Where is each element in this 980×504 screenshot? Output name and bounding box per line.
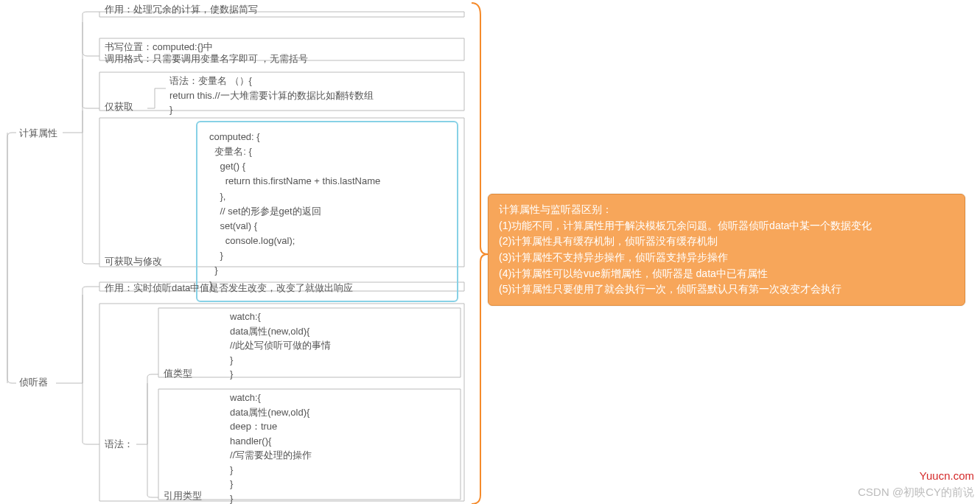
watcher-purpose[interactable]: 作用：实时侦听data中值是否发生改变，改变了就做出响应 xyxy=(105,281,353,295)
watcher-ref-type-label[interactable]: 引用类型 xyxy=(164,489,202,503)
watermark-csdn: CSDN @初映CY的前说 xyxy=(858,486,974,500)
info-line-4: (4)计算属性可以给vue新增属性，侦听器是 data中已有属性 xyxy=(499,266,954,282)
info-line-1: (1)功能不同，计算属性用于解决模板冗余问题。侦听器侦听data中某一个数据变化 xyxy=(499,218,954,234)
difference-info-box: 计算属性与监听器区别： (1)功能不同，计算属性用于解决模板冗余问题。侦听器侦听… xyxy=(488,194,965,306)
branch-computed[interactable]: 计算属性 xyxy=(19,127,57,140)
info-line-3: (3)计算属性不支持异步操作，侦听器支持异步操作 xyxy=(499,250,954,266)
info-line-2: (2)计算属性具有缓存机制，侦听器没有缓存机制 xyxy=(499,234,954,250)
computed-location-line1[interactable]: 书写位置：computed:{}中 xyxy=(105,41,213,54)
watcher-syntax-label[interactable]: 语法： xyxy=(105,438,133,451)
info-line-5: (5)计算属性只要使用了就会执行一次，侦听器默认只有第一次改变才会执行 xyxy=(499,281,954,298)
computed-getset-code: computed: { 变量名: { get() { return this.f… xyxy=(196,121,458,302)
computed-purpose[interactable]: 作用：处理冗余的计算，使数据简写 xyxy=(105,3,258,16)
watcher-value-type-label[interactable]: 值类型 xyxy=(164,367,192,380)
watcher-value-type-code: watch:{ data属性(new,old){ //此处写侦听可做的事情 } … xyxy=(230,309,331,382)
branch-watcher[interactable]: 侦听器 xyxy=(19,376,48,389)
info-title: 计算属性与监听器区别： xyxy=(499,202,954,218)
watermark-yuucn: Yuucn.com xyxy=(920,469,974,482)
computed-location-line2[interactable]: 调用格式：只需要调用变量名字即可 ，无需括号 xyxy=(105,53,308,66)
computed-getonly-code: 语法：变量名 （）{ return this.//一大堆需要计算的数据比如翻转数… xyxy=(169,74,374,117)
computed-getonly-label[interactable]: 仅获取 xyxy=(105,100,133,113)
watcher-ref-type-code: watch:{ data属性(new,old){ deep：true handl… xyxy=(230,391,312,504)
computed-getset-label[interactable]: 可获取与修改 xyxy=(105,255,162,268)
